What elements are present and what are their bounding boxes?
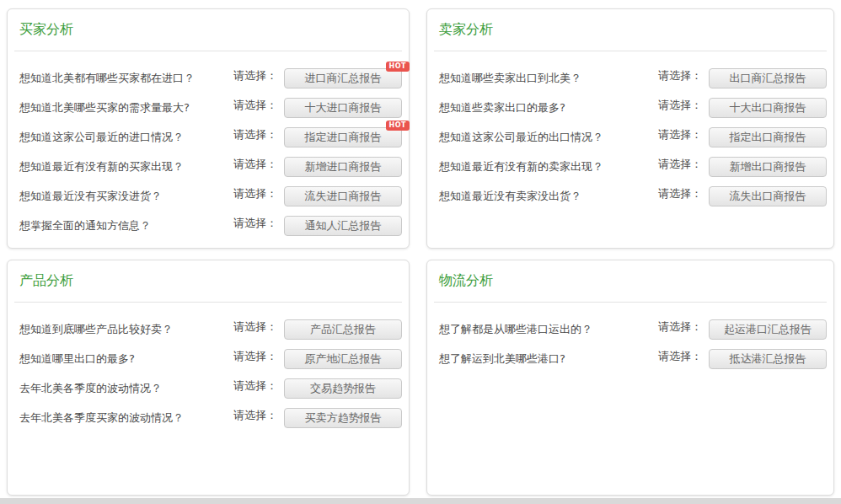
report-button-label: 新增出口商报告 — [730, 160, 806, 173]
select-label: 请选择： — [233, 68, 277, 83]
hot-badge: HOT — [386, 62, 410, 72]
select-label: 请选择： — [658, 186, 702, 201]
title-divider — [14, 51, 402, 51]
question-text: 想知道北美哪些买家的需求量最大? — [14, 100, 233, 115]
title-divider — [14, 302, 402, 303]
report-button[interactable]: 十大进口商报告 — [284, 98, 402, 118]
report-button[interactable]: 通知人汇总报告 — [284, 216, 402, 236]
report-button-label: 指定进口商报告 — [305, 131, 382, 143]
report-row: 想了解都是从哪些港口运出的？请选择：起运港口汇总报告 — [434, 319, 827, 340]
panel-title: 买家分析 — [19, 21, 397, 39]
report-button-label: 买卖方趋势报告 — [305, 411, 382, 424]
report-row: 想知道这家公司最近的进口情况？请选择：指定进口商报告HOT — [14, 127, 402, 147]
question-text: 想知道这家公司最近的出口情况？ — [434, 130, 658, 145]
report-row: 想知道到底哪些产品比较好卖？请选择：产品汇总报告 — [14, 319, 402, 340]
report-button[interactable]: 买卖方趋势报告 — [284, 408, 402, 428]
select-label: 请选择： — [658, 98, 702, 113]
report-row: 想知道北美都有哪些买家都在进口？请选择：进口商汇总报告HOT — [14, 68, 402, 88]
report-row: 想知道最近有没有新的买家出现？请选择：新增进口商报告 — [14, 157, 402, 177]
report-button[interactable]: 出口商汇总报告 — [709, 68, 827, 88]
report-button-label: 交易趋势报告 — [310, 382, 376, 394]
select-label: 请选择： — [233, 186, 277, 201]
panel-product-analysis: 产品分析 想知道到底哪些产品比较好卖？请选择：产品汇总报告想知道哪里出口的最多?… — [7, 260, 410, 496]
question-text: 想知道最近没有卖家没出货？ — [434, 189, 658, 204]
report-row: 想知道这家公司最近的出口情况？请选择：指定出口商报告 — [434, 127, 827, 147]
report-row: 想了解运到北美哪些港口?请选择：抵达港汇总报告 — [434, 349, 827, 369]
report-button-label: 抵达港汇总报告 — [730, 352, 806, 365]
report-button-label: 通知人汇总报告 — [305, 219, 382, 232]
question-text: 想知道些卖家出口的最多? — [434, 100, 658, 115]
question-text: 去年北美各季度的波动情况？ — [14, 381, 233, 396]
select-label: 请选择： — [233, 319, 277, 335]
select-label: 请选择： — [233, 157, 277, 172]
report-row: 想知道些卖家出口的最多?请选择：十大出口商报告 — [434, 98, 827, 118]
select-label: 请选择： — [658, 68, 702, 83]
question-text: 想知道哪里出口的最多? — [14, 351, 233, 367]
report-button[interactable]: 十大出口商报告 — [709, 98, 827, 118]
report-button-label: 十大出口商报告 — [730, 101, 806, 114]
select-label: 请选择： — [233, 98, 277, 113]
report-button[interactable]: 指定出口商报告 — [709, 127, 827, 147]
report-button[interactable]: 流失出口商报告 — [709, 186, 827, 206]
panel-seller-analysis: 卖家分析 想知道哪些卖家出口到北美？请选择：出口商汇总报告想知道些卖家出口的最多… — [426, 8, 834, 249]
report-button-label: 十大进口商报告 — [305, 101, 382, 114]
bottom-strip — [0, 498, 841, 504]
select-label: 请选择： — [658, 127, 702, 142]
question-text: 去年北美各季度买家的波动情况？ — [14, 410, 233, 426]
report-rows: 想了解都是从哪些港口运出的？请选择：起运港口汇总报告想了解运到北美哪些港口?请选… — [434, 319, 827, 369]
report-button[interactable]: 产品汇总报告 — [284, 319, 402, 340]
panel-title: 产品分析 — [19, 272, 397, 290]
report-row: 去年北美各季度的波动情况？请选择：交易趋势报告 — [14, 378, 402, 399]
report-button-label: 产品汇总报告 — [310, 323, 376, 335]
panel-title: 卖家分析 — [439, 21, 822, 39]
title-divider — [434, 51, 827, 51]
select-label: 请选择： — [658, 319, 702, 335]
hot-badge: HOT — [386, 121, 410, 131]
select-label: 请选择： — [658, 349, 702, 364]
report-rows: 想知道哪些卖家出口到北美？请选择：出口商汇总报告想知道些卖家出口的最多?请选择：… — [434, 68, 827, 206]
report-row: 想掌握全面的通知方信息？请选择：通知人汇总报告 — [14, 216, 402, 236]
report-row: 想知道最近没有卖家没出货？请选择：流失出口商报告 — [434, 186, 827, 206]
report-row: 想知道北美哪些买家的需求量最大?请选择：十大进口商报告 — [14, 98, 402, 118]
report-button-label: 进口商汇总报告 — [305, 72, 382, 84]
select-label: 请选择： — [233, 127, 277, 142]
report-button[interactable]: 抵达港汇总报告 — [709, 349, 827, 369]
report-button[interactable]: 进口商汇总报告HOT — [284, 68, 402, 88]
report-button-label: 指定出口商报告 — [730, 131, 806, 143]
report-button-label: 新增进口商报告 — [305, 160, 382, 173]
panel-buyer-analysis: 买家分析 想知道北美都有哪些买家都在进口？请选择：进口商汇总报告HOT想知道北美… — [7, 8, 410, 249]
report-row: 想知道哪些卖家出口到北美？请选择：出口商汇总报告 — [434, 68, 827, 88]
report-row: 去年北美各季度买家的波动情况？请选择：买卖方趋势报告 — [14, 408, 402, 428]
report-button-label: 原产地汇总报告 — [305, 352, 382, 365]
question-text: 想掌握全面的通知方信息？ — [14, 218, 233, 233]
select-label: 请选择： — [233, 216, 277, 231]
question-text: 想知道哪些卖家出口到北美？ — [434, 71, 658, 86]
report-button[interactable]: 流失进口商报告 — [284, 186, 402, 206]
question-text: 想了解都是从哪些港口运出的？ — [434, 322, 658, 337]
select-label: 请选择： — [658, 157, 702, 172]
question-text: 想知道到底哪些产品比较好卖？ — [14, 322, 233, 337]
report-button[interactable]: 指定进口商报告HOT — [284, 127, 402, 147]
question-text: 想了解运到北美哪些港口? — [434, 351, 658, 367]
question-text: 想知道北美都有哪些买家都在进口？ — [14, 71, 233, 86]
report-button[interactable]: 交易趋势报告 — [284, 378, 402, 399]
panel-logistics-analysis: 物流分析 想了解都是从哪些港口运出的？请选择：起运港口汇总报告想了解运到北美哪些… — [426, 260, 834, 496]
report-button-label: 起运港口汇总报告 — [724, 323, 812, 335]
analysis-grid: 买家分析 想知道北美都有哪些买家都在进口？请选择：进口商汇总报告HOT想知道北美… — [0, 0, 841, 496]
question-text: 想知道最近有没有新的买家出现？ — [14, 159, 233, 174]
question-text: 想知道最近有没有新的卖家出现？ — [434, 159, 658, 174]
question-text: 想知道这家公司最近的进口情况？ — [14, 130, 233, 145]
report-button-label: 流失进口商报告 — [305, 190, 382, 202]
select-label: 请选择： — [233, 349, 277, 364]
panel-title: 物流分析 — [439, 272, 822, 290]
report-button-label: 流失出口商报告 — [730, 190, 806, 202]
report-button[interactable]: 新增出口商报告 — [709, 157, 827, 177]
question-text: 想知道最近没有买家没进货？ — [14, 189, 233, 204]
report-rows: 想知道到底哪些产品比较好卖？请选择：产品汇总报告想知道哪里出口的最多?请选择：原… — [14, 319, 402, 428]
report-button[interactable]: 新增进口商报告 — [284, 157, 402, 177]
report-button[interactable]: 原产地汇总报告 — [284, 349, 402, 369]
report-button[interactable]: 起运港口汇总报告 — [709, 319, 827, 340]
title-divider — [434, 302, 827, 303]
report-row: 想知道最近有没有新的卖家出现？请选择：新增出口商报告 — [434, 157, 827, 177]
select-label: 请选择： — [233, 378, 277, 394]
